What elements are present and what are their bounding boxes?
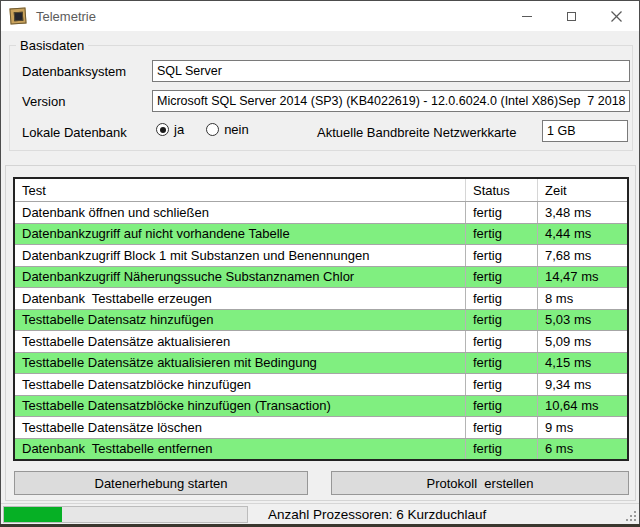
table-cell: Datenbank öffnen und schließen	[15, 202, 466, 223]
table-cell: Testtabelle Datensätze löschen	[15, 417, 466, 438]
radio-nein-label: nein	[224, 122, 249, 137]
dbsystem-label: Datenbanksystem	[22, 64, 126, 79]
table-cell: fertig	[466, 224, 538, 245]
table-cell: 4,15 ms	[538, 353, 627, 374]
table-row[interactable]: Testtabelle Datensätze löschenfertig9 ms	[15, 416, 627, 438]
table-row[interactable]: Testtabelle Datensätze aktualisierenfert…	[15, 330, 627, 352]
bandwidth-value: 1 GB	[547, 124, 576, 138]
table-cell: fertig	[466, 353, 538, 374]
bandwidth-label: Aktuelle Bandbreite Netzwerkkarte	[317, 125, 516, 140]
table-cell: Testtabelle Datensätze aktualisieren mit…	[15, 353, 466, 374]
table-cell: fertig	[466, 267, 538, 288]
radio-nein[interactable]: nein	[206, 122, 249, 137]
table-cell: 3,48 ms	[538, 202, 627, 223]
progress-bar	[3, 506, 248, 523]
table-cell: Testtabelle Datensätze aktualisieren	[15, 331, 466, 352]
table-row[interactable]: Datenbank Testtabelle erzeugenfertig8 ms	[15, 287, 627, 309]
table-cell: 14,47 ms	[538, 267, 627, 288]
app-icon	[9, 7, 26, 24]
table-cell: Datenbankzugriff auf nicht vorhandene Ta…	[15, 224, 466, 245]
version-label: Version	[22, 94, 65, 109]
table-cell: 9,34 ms	[538, 374, 627, 395]
table-cell: Datenbankzugriff Block 1 mit Substanzen …	[15, 245, 466, 266]
table-row[interactable]: Datenbankzugriff Näherungssuche Substanz…	[15, 266, 627, 288]
maximize-icon	[567, 12, 576, 21]
table-cell: Testtabelle Datensatz hinzufügen	[15, 310, 466, 331]
basisdaten-group: Basisdaten Datenbanksystem SQL Server Ve…	[9, 45, 633, 151]
create-protocol-button[interactable]: Protokoll erstellen	[331, 471, 629, 495]
table-cell: fertig	[466, 202, 538, 223]
table-cell: Testtabelle Datensatzblöcke hinzufügen	[15, 374, 466, 395]
resize-grip-icon[interactable]	[624, 509, 636, 521]
table-cell: fertig	[466, 288, 538, 309]
table-cell: 8 ms	[538, 288, 627, 309]
table-cell: 4,44 ms	[538, 224, 627, 245]
table-cell: 7,68 ms	[538, 245, 627, 266]
window-title: Telemetrie	[36, 9, 96, 24]
table-cell: 10,64 ms	[538, 396, 627, 417]
table-cell: Datenbank Testtabelle entfernen	[15, 439, 466, 460]
dbsystem-value: SQL Server	[157, 64, 222, 78]
minimize-button[interactable]	[504, 1, 549, 31]
column-header-test[interactable]: Test	[15, 179, 466, 201]
table-cell: 5,09 ms	[538, 331, 627, 352]
column-header-status[interactable]: Status	[466, 179, 538, 201]
table-row[interactable]: Datenbank öffnen und schließenfertig3,48…	[15, 201, 627, 223]
radio-ja-circle	[156, 123, 169, 136]
close-button[interactable]	[594, 1, 639, 31]
bandwidth-field[interactable]: 1 GB	[542, 120, 628, 142]
table-cell: Testtabelle Datensatzblöcke hinzufügen (…	[15, 396, 466, 417]
table-cell: 9 ms	[538, 417, 627, 438]
table-cell: fertig	[466, 331, 538, 352]
table-cell: 6 ms	[538, 439, 627, 460]
radio-ja[interactable]: ja	[156, 122, 184, 137]
titlebar[interactable]: Telemetrie	[1, 1, 639, 31]
window-controls	[504, 1, 639, 31]
table-cell: fertig	[466, 396, 538, 417]
table-cell: fertig	[466, 310, 538, 331]
table-row[interactable]: Testtabelle Datensatzblöcke hinzufügenfe…	[15, 373, 627, 395]
table-row[interactable]: Testtabelle Datensätze aktualisieren mit…	[15, 352, 627, 374]
status-text: Anzahl Prozessoren: 6 Kurzduchlauf	[268, 504, 486, 525]
table-row[interactable]: Testtabelle Datensatz hinzufügenfertig5,…	[15, 309, 627, 331]
table-body: Datenbank öffnen und schließenfertig3,48…	[15, 201, 627, 459]
close-icon	[611, 11, 622, 22]
version-field[interactable]: Microsoft SQL Server 2014 (SP3) (KB40226…	[152, 90, 630, 112]
table-header: Test Status Zeit	[15, 179, 627, 201]
local-db-label: Lokale Datenbank	[22, 125, 127, 140]
local-db-radio-group: ja nein	[156, 122, 249, 137]
radio-nein-circle	[206, 123, 219, 136]
table-cell: fertig	[466, 439, 538, 460]
app-window: Telemetrie Basisdaten Datenbanksystem SQ…	[0, 0, 640, 524]
table-cell: fertig	[466, 374, 538, 395]
table-cell: 5,03 ms	[538, 310, 627, 331]
table-row[interactable]: Datenbank Testtabelle entfernenfertig6 m…	[15, 438, 627, 460]
table-cell: Datenbank Testtabelle erzeugen	[15, 288, 466, 309]
minimize-icon	[522, 16, 532, 17]
table-row[interactable]: Datenbankzugriff auf nicht vorhandene Ta…	[15, 223, 627, 245]
start-data-collection-button[interactable]: Datenerhebung starten	[14, 471, 308, 495]
dbsystem-field[interactable]: SQL Server	[152, 60, 630, 82]
progress-bar-fill	[4, 507, 62, 522]
table-cell: fertig	[466, 245, 538, 266]
version-value: Microsoft SQL Server 2014 (SP3) (KB40226…	[157, 94, 558, 108]
basisdaten-group-label: Basisdaten	[16, 38, 88, 53]
table-cell: Datenbankzugriff Näherungssuche Substanz…	[15, 267, 466, 288]
column-header-zeit[interactable]: Zeit	[538, 179, 627, 201]
version-date: Sep 7 2018 0	[558, 94, 630, 108]
table-row[interactable]: Datenbankzugriff Block 1 mit Substanzen …	[15, 244, 627, 266]
statusbar: Anzahl Prozessoren: 6 Kurzduchlauf	[1, 503, 639, 524]
maximize-button[interactable]	[549, 1, 594, 31]
radio-ja-label: ja	[174, 122, 184, 137]
table-cell: fertig	[466, 417, 538, 438]
test-table: Test Status Zeit Datenbank öffnen und sc…	[13, 177, 629, 461]
table-row[interactable]: Testtabelle Datensatzblöcke hinzufügen (…	[15, 395, 627, 417]
